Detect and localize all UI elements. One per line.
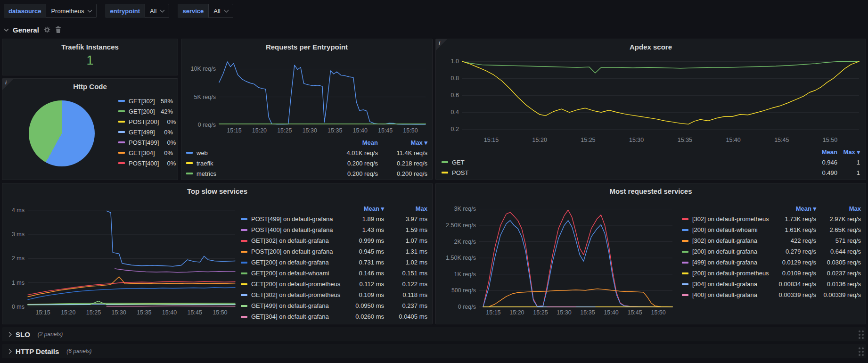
series-name[interactable]: GET[200] on default-prometheus: [251, 280, 341, 288]
series-name[interactable]: POST: [452, 169, 803, 176]
svg-text:15:50: 15:50: [403, 127, 418, 134]
svg-text:15:35: 15:35: [678, 137, 692, 143]
series-mean-value: 1.61K req/s: [769, 226, 816, 233]
info-icon: i: [439, 40, 440, 46]
row-drag-handle[interactable]: [859, 347, 860, 349]
panel-http-code: i Http Code GET[302] 58% GET[200] 42% PO…: [2, 78, 178, 180]
row-header-general[interactable]: General: [5, 24, 61, 36]
variable-dropdown[interactable]: All: [145, 4, 169, 18]
row-header-slo[interactable]: SLO (2 panels): [2, 327, 866, 341]
svg-text:15:25: 15:25: [86, 309, 101, 316]
legend-row: traefik 0.200 req/s 0.218 req/s: [186, 158, 427, 168]
row-settings-button[interactable]: [44, 26, 50, 33]
series-color-swatch: [241, 251, 247, 253]
legend-sort-max[interactable]: Max: [384, 205, 427, 212]
legend-sort-mean[interactable]: Mean: [803, 148, 837, 156]
svg-text:1K req/s: 1K req/s: [454, 271, 476, 278]
legend-item[interactable]: GET[304] 0%: [118, 148, 173, 158]
apdex-chart[interactable]: 0.20.40.60.81.015:1515:2015:2515:3015:35…: [440, 55, 862, 145]
series-name[interactable]: [499] on default-grafana: [692, 259, 769, 266]
svg-text:15:35: 15:35: [580, 309, 595, 316]
row-delete-button[interactable]: [55, 26, 61, 33]
series-name[interactable]: [200] on default-whoami: [692, 226, 769, 233]
series-color-swatch: [241, 316, 247, 318]
series-color-swatch: [682, 229, 688, 231]
series-max-value: 0.122 ms: [384, 280, 427, 288]
legend-sort-mean[interactable]: Mean: [324, 139, 378, 146]
series-name[interactable]: [200] on default-grafana: [692, 248, 769, 255]
variable-value: All: [150, 8, 156, 15]
legend-item[interactable]: POST[400] 0%: [118, 158, 173, 168]
series-max-value: 1: [837, 159, 860, 166]
legend-row: GET[200] on default-grafana 0.731 ms 1.0…: [241, 257, 427, 268]
variable-dropdown[interactable]: All: [208, 4, 233, 18]
panel-info-icon[interactable]: [2, 79, 14, 90]
legend-item[interactable]: POST[499] 0%: [118, 137, 173, 148]
series-mean-value: 0.490: [803, 169, 837, 176]
series-name[interactable]: GET[302] on default-grafana: [251, 237, 341, 244]
legend-item[interactable]: GET[200] 42%: [118, 106, 173, 116]
series-name[interactable]: [200] on default-prometheus: [692, 270, 769, 277]
svg-text:0 req/s: 0 req/s: [198, 122, 216, 128]
legend-row: GET[200] on default-prometheus 0.112 ms …: [241, 279, 427, 289]
series-color-swatch: [186, 162, 193, 164]
svg-text:3 ms: 3 ms: [12, 231, 25, 238]
series-value: 0%: [156, 149, 173, 157]
requests-chart[interactable]: 0 req/s5K req/s10K req/s15:1515:2015:251…: [185, 55, 428, 135]
legend-item[interactable]: GET[499] 0%: [118, 127, 173, 137]
legend-sort-max[interactable]: Max ▾: [837, 148, 860, 156]
series-name[interactable]: [400] on default-grafana: [692, 291, 769, 298]
legend-sort-max[interactable]: Max ▾: [378, 139, 427, 146]
series-max-value: 0.218 req/s: [378, 160, 427, 167]
legend-sort-max[interactable]: Max: [816, 205, 861, 212]
legend-sort-mean[interactable]: Mean ▾: [769, 205, 816, 212]
series-name[interactable]: GET[304] on default-grafana: [251, 313, 341, 320]
series-name[interactable]: metrics: [197, 170, 324, 177]
series-name[interactable]: [304] on default-grafana: [692, 280, 769, 288]
series-name[interactable]: POST[200] on default-grafana: [251, 248, 341, 255]
series-name[interactable]: web: [197, 149, 324, 157]
series-color-swatch: [241, 272, 247, 274]
series-max-value: 1.31 ms: [384, 248, 427, 255]
series-name[interactable]: GET[302] on default-prometheus: [251, 291, 341, 298]
svg-text:500 req/s: 500 req/s: [451, 287, 476, 294]
panel-info-icon[interactable]: [436, 39, 447, 50]
legend-item[interactable]: POST[200] 0%: [118, 116, 173, 127]
legend-sort-mean[interactable]: Mean ▾: [341, 205, 384, 212]
series-name[interactable]: [302] on default-grafana: [692, 237, 769, 244]
series-name[interactable]: GET[499] on default-grafana: [251, 302, 341, 309]
row-title[interactable]: HTTP Details: [16, 347, 59, 355]
panel-title[interactable]: Requests per Entrypoint: [181, 39, 432, 51]
panel-title[interactable]: Most requested services: [436, 183, 866, 195]
grafana-dashboard: datasource Prometheus entrypoint All ser…: [0, 0, 868, 363]
panel-title[interactable]: Top slow services: [2, 183, 432, 195]
series-mean-value: 0.946: [803, 159, 837, 166]
series-name: POST[499]: [129, 139, 159, 146]
variable-dropdown[interactable]: Prometheus: [46, 4, 97, 18]
series-name[interactable]: GET: [452, 159, 803, 166]
series-name[interactable]: GET[200] on default-whoami: [251, 270, 341, 277]
panel-title[interactable]: Apdex score: [436, 39, 866, 51]
series-name[interactable]: GET[200] on default-grafana: [251, 259, 341, 266]
panel-title[interactable]: Http Code: [2, 79, 178, 91]
row-header-http-details[interactable]: HTTP Details (6 panels): [2, 344, 866, 358]
panel-title[interactable]: Traefik Instances: [2, 39, 178, 51]
series-name[interactable]: [302] on default-prometheus: [692, 215, 769, 223]
row-title[interactable]: General: [13, 26, 39, 34]
http-code-pie-chart[interactable]: [29, 100, 95, 166]
legend-item[interactable]: GET[302] 58%: [118, 96, 173, 106]
legend-header: Mean ▾ Max: [682, 203, 861, 214]
series-name[interactable]: POST[400] on default-grafana: [251, 226, 341, 233]
series-color-swatch: [118, 100, 125, 102]
row-title[interactable]: SLO: [16, 330, 30, 338]
top-slow-chart[interactable]: 0 ms1 ms2 ms3 ms4 ms15:1515:2015:2515:30…: [6, 200, 238, 317]
requests-legend: Mean Max ▾ web 4.01K req/s 11.4K req/s t…: [186, 137, 427, 179]
svg-text:5K req/s: 5K req/s: [194, 94, 216, 100]
series-name[interactable]: POST[499] on default-grafana: [251, 215, 341, 223]
series-name[interactable]: traefik: [197, 160, 324, 167]
svg-text:15:45: 15:45: [188, 309, 202, 316]
row-drag-handle[interactable]: [859, 330, 860, 332]
svg-text:10K req/s: 10K req/s: [190, 66, 216, 72]
most-requested-chart[interactable]: 0 req/s500 req/s1K req/s1.50K req/s2K re…: [440, 200, 675, 317]
series-mean-value: 0.109 ms: [341, 291, 384, 298]
